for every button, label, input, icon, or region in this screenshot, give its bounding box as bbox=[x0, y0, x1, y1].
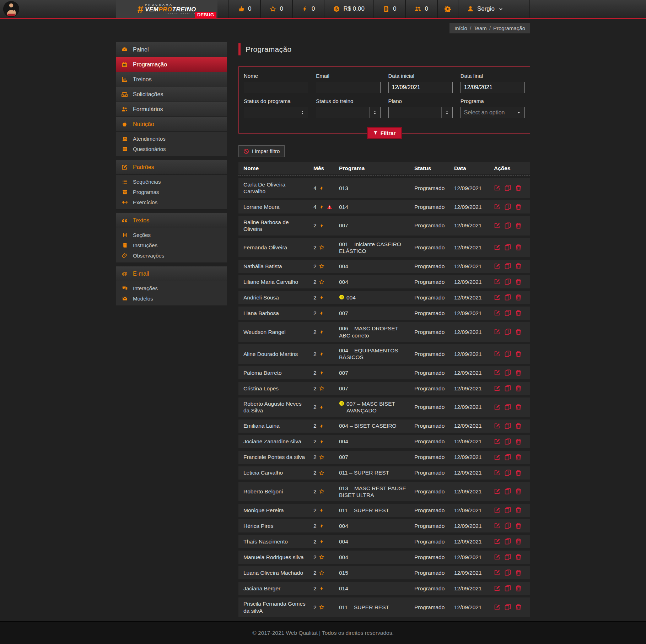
copy-button[interactable] bbox=[505, 385, 511, 392]
edit-button[interactable] bbox=[494, 244, 501, 251]
copy-button[interactable] bbox=[505, 507, 511, 514]
copy-button[interactable] bbox=[505, 423, 511, 429]
delete-button[interactable] bbox=[515, 222, 522, 229]
delete-button[interactable] bbox=[515, 507, 522, 514]
delete-button[interactable] bbox=[515, 329, 522, 335]
copy-button[interactable] bbox=[505, 554, 511, 561]
edit-button[interactable] bbox=[494, 454, 501, 461]
status-programa-select[interactable] bbox=[244, 107, 308, 118]
copy-button[interactable] bbox=[505, 294, 511, 301]
data-inicial-input[interactable] bbox=[388, 82, 453, 93]
sidebar-item-modelos[interactable]: Modelos bbox=[116, 293, 227, 304]
delete-button[interactable] bbox=[515, 185, 522, 191]
sidebar-item-treinos[interactable]: Treinos bbox=[116, 72, 227, 87]
copy-button[interactable] bbox=[505, 488, 511, 495]
edit-button[interactable] bbox=[494, 204, 501, 210]
clear-filter-button[interactable]: Limpar filtro bbox=[238, 145, 285, 157]
copy-button[interactable] bbox=[505, 404, 511, 411]
copy-button[interactable] bbox=[505, 278, 511, 285]
delete-button[interactable] bbox=[515, 351, 522, 357]
sidebar-item-questionarios[interactable]: Questionários bbox=[116, 144, 227, 154]
sidebar-item-atendimentos[interactable]: Atendimentos bbox=[116, 134, 227, 144]
delete-button[interactable] bbox=[515, 423, 522, 429]
settings-button[interactable] bbox=[437, 0, 458, 18]
delete-button[interactable] bbox=[515, 369, 522, 376]
edit-button[interactable] bbox=[494, 404, 501, 411]
copy-button[interactable] bbox=[505, 329, 511, 335]
counter-file-invoice[interactable]: 0 bbox=[373, 0, 405, 18]
edit-button[interactable] bbox=[494, 385, 501, 392]
delete-button[interactable] bbox=[515, 204, 522, 210]
delete-button[interactable] bbox=[515, 569, 522, 576]
sidebar-item-painel[interactable]: Painel bbox=[116, 42, 227, 57]
app-logo[interactable]: # PROGRAMA VEMPROTREINO THIAGO VARELLA D… bbox=[116, 0, 217, 18]
plano-select[interactable] bbox=[388, 107, 453, 118]
copy-button[interactable] bbox=[505, 222, 511, 229]
sidebar-item-interacoes[interactable]: Interações bbox=[116, 283, 227, 293]
copy-button[interactable] bbox=[505, 310, 511, 316]
sidebar-item-observacoes[interactable]: Observações bbox=[116, 250, 227, 261]
copy-button[interactable] bbox=[505, 204, 511, 210]
programa-select[interactable]: Select an option bbox=[461, 107, 525, 118]
data-final-input[interactable] bbox=[461, 82, 525, 93]
delete-button[interactable] bbox=[515, 438, 522, 445]
edit-button[interactable] bbox=[494, 604, 501, 611]
delete-button[interactable] bbox=[515, 488, 522, 495]
copy-button[interactable] bbox=[505, 585, 511, 592]
edit-button[interactable] bbox=[494, 423, 501, 429]
sidebar-item-solicitacoes[interactable]: Solicitações bbox=[116, 87, 227, 102]
avatar[interactable] bbox=[3, 1, 19, 17]
sidebar-item-formularios[interactable]: Formulários bbox=[116, 102, 227, 117]
delete-button[interactable] bbox=[515, 538, 522, 545]
edit-button[interactable] bbox=[494, 185, 501, 191]
edit-button[interactable] bbox=[494, 369, 501, 376]
copy-button[interactable] bbox=[505, 351, 511, 357]
edit-button[interactable] bbox=[494, 278, 501, 285]
sidebar-item-exercicios[interactable]: Exercícios bbox=[116, 197, 227, 207]
user-menu[interactable]: Sergio bbox=[458, 0, 530, 18]
edit-button[interactable] bbox=[494, 263, 501, 270]
filter-button[interactable]: Filtrar bbox=[367, 127, 402, 139]
copy-button[interactable] bbox=[505, 438, 511, 445]
delete-button[interactable] bbox=[515, 554, 522, 561]
sidebar-item-secoes[interactable]: Seções bbox=[116, 230, 227, 240]
edit-button[interactable] bbox=[494, 507, 501, 514]
edit-button[interactable] bbox=[494, 351, 501, 357]
delete-button[interactable] bbox=[515, 604, 522, 611]
copy-button[interactable] bbox=[505, 369, 511, 376]
status-treino-select[interactable] bbox=[316, 107, 380, 118]
copy-button[interactable] bbox=[505, 470, 511, 476]
copy-button[interactable] bbox=[505, 538, 511, 545]
counter-coin[interactable]: $R$ 0,00 bbox=[324, 0, 373, 18]
delete-button[interactable] bbox=[515, 523, 522, 529]
sidebar-item-programacao[interactable]: Programação bbox=[116, 57, 227, 72]
sidebar-item-padroes[interactable]: Padrões bbox=[116, 160, 227, 175]
breadcrumb-item[interactable]: Programação bbox=[493, 25, 525, 31]
copy-button[interactable] bbox=[505, 185, 511, 191]
copy-button[interactable] bbox=[505, 263, 511, 270]
counter-users-group[interactable]: 0 bbox=[405, 0, 437, 18]
sidebar-item-e-mail[interactable]: @E-mail bbox=[116, 266, 227, 281]
edit-button[interactable] bbox=[494, 585, 501, 592]
delete-button[interactable] bbox=[515, 263, 522, 270]
delete-button[interactable] bbox=[515, 470, 522, 476]
delete-button[interactable] bbox=[515, 385, 522, 392]
sidebar-item-sequencias[interactable]: Sequências bbox=[116, 177, 227, 187]
edit-button[interactable] bbox=[494, 488, 501, 495]
delete-button[interactable] bbox=[515, 404, 522, 411]
counter-bolt[interactable]: 0 bbox=[292, 0, 324, 18]
sidebar-item-textos[interactable]: Textos bbox=[116, 213, 227, 228]
email-input[interactable] bbox=[316, 82, 380, 93]
delete-button[interactable] bbox=[515, 585, 522, 592]
sidebar-item-programas[interactable]: Programas bbox=[116, 187, 227, 197]
delete-button[interactable] bbox=[515, 278, 522, 285]
edit-button[interactable] bbox=[494, 523, 501, 529]
delete-button[interactable] bbox=[515, 310, 522, 316]
edit-button[interactable] bbox=[494, 310, 501, 316]
edit-button[interactable] bbox=[494, 470, 501, 476]
copy-button[interactable] bbox=[505, 454, 511, 461]
edit-button[interactable] bbox=[494, 222, 501, 229]
counter-star[interactable]: 0 bbox=[260, 0, 292, 18]
copy-button[interactable] bbox=[505, 523, 511, 529]
edit-button[interactable] bbox=[494, 538, 501, 545]
